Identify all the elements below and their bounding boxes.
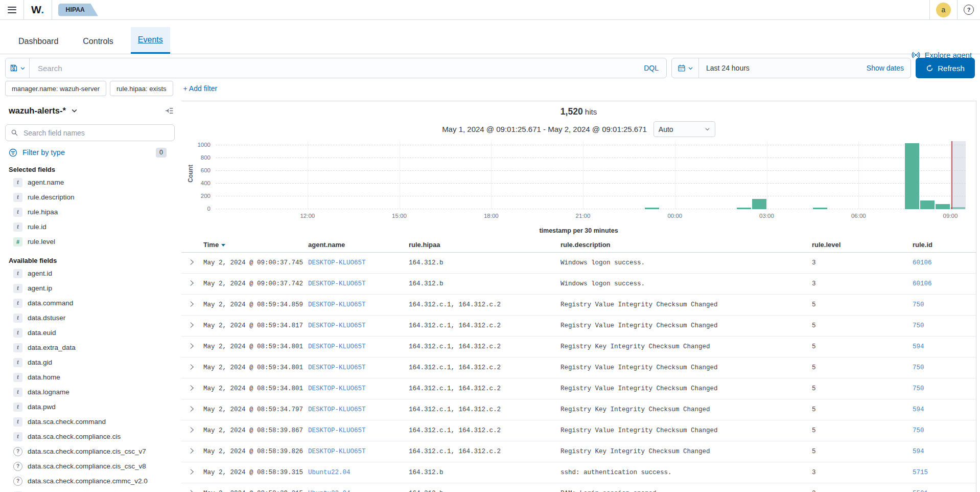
collapse-fields-panel-icon[interactable] (165, 106, 174, 115)
tab-events-label: Events (138, 35, 163, 44)
saved-queries-button[interactable] (6, 58, 30, 78)
rule-id-link[interactable]: 60106 (913, 259, 932, 266)
wazuh-logo[interactable]: W. (24, 4, 52, 16)
field-item[interactable]: tdata.pwd (5, 399, 175, 414)
histogram-bar[interactable] (737, 208, 751, 209)
field-item[interactable]: tagent.ip (5, 281, 175, 296)
rule-id-link[interactable]: 594 (913, 406, 924, 413)
field-item[interactable]: tdata.command (5, 296, 175, 310)
time-range-value[interactable]: Last 24 hours (699, 58, 867, 78)
agent-name-link[interactable]: DESKTOP-KLUO65T (308, 301, 366, 308)
field-item[interactable]: ?data.sca.check.compliance.cmmc_v2.0 (5, 474, 175, 488)
agent-name-link[interactable]: DESKTOP-KLUO65T (308, 385, 366, 392)
field-item[interactable]: tdata.extra_data (5, 340, 175, 355)
rule-id-link[interactable]: 594 (913, 343, 924, 350)
histogram-bar[interactable] (905, 143, 919, 209)
expand-row-icon[interactable] (189, 343, 195, 349)
expand-row-icon[interactable] (189, 468, 195, 475)
field-item[interactable]: tdata.logname (5, 385, 175, 399)
agent-name-link[interactable]: DESKTOP-KLUO65T (308, 280, 366, 287)
histogram-bar[interactable] (920, 200, 935, 210)
column-header-agent-name[interactable]: agent.name (308, 241, 409, 253)
rule-id-link[interactable]: 750 (913, 385, 924, 392)
help-button[interactable]: ? (958, 0, 980, 19)
filter-pill-manager-name[interactable]: manager.name: wazuh-server (5, 81, 106, 96)
field-item[interactable]: tdata.home (5, 370, 175, 385)
histogram-bar[interactable] (936, 204, 950, 209)
column-header-rule-level[interactable]: rule.level (812, 241, 913, 253)
expand-row-icon[interactable] (189, 301, 195, 307)
index-pattern-selector[interactable]: wazuh-alerts-* (5, 106, 66, 116)
rule-id-link[interactable]: 5715 (913, 469, 928, 476)
expand-row-icon[interactable] (189, 259, 195, 265)
expand-row-icon[interactable] (189, 280, 195, 286)
agent-name-link[interactable]: DESKTOP-KLUO65T (308, 406, 366, 413)
agent-name-link[interactable]: DESKTOP-KLUO65T (308, 322, 366, 329)
agent-name-link[interactable]: Ubuntu22.04 (308, 469, 351, 476)
field-item[interactable]: ?data.sca.check.compliance.cis_csc_v8 (5, 459, 175, 474)
expand-row-icon[interactable] (189, 406, 195, 412)
agent-name-link[interactable]: DESKTOP-KLUO65T (308, 364, 366, 371)
field-item[interactable]: tdata.euid (5, 325, 175, 340)
histogram-bar[interactable] (813, 208, 827, 209)
rule-id-link[interactable]: 750 (913, 427, 924, 434)
rule-id-link[interactable]: 594 (913, 448, 924, 455)
field-item[interactable]: tdata.sca.check.command (5, 414, 175, 429)
show-dates-link[interactable]: Show dates (867, 58, 911, 78)
unknown-type-badge: ? (13, 477, 22, 486)
field-item[interactable]: trule.description (5, 190, 175, 205)
field-item[interactable]: #rule.level (5, 234, 175, 249)
refresh-button[interactable]: Refresh (916, 58, 975, 78)
menu-button[interactable] (0, 0, 24, 19)
logo-dot: . (41, 4, 44, 15)
interval-select[interactable]: Auto (654, 121, 715, 137)
histogram-bar[interactable] (645, 208, 659, 209)
date-quick-select-button[interactable] (672, 58, 699, 78)
rule-id-link[interactable]: 750 (913, 322, 924, 329)
agent-name-cell: DESKTOP-KLUO65T (308, 295, 409, 316)
tab-events[interactable]: Events (131, 27, 170, 54)
rule-id-link[interactable]: 5501 (913, 490, 928, 492)
histogram-bar[interactable] (752, 199, 766, 209)
agent-name-link[interactable]: DESKTOP-KLUO65T (308, 448, 366, 455)
search-input[interactable] (30, 58, 644, 78)
column-header-rule-id[interactable]: rule.id (913, 241, 976, 253)
breadcrumb-hipaa-tab[interactable]: HIPAA (58, 4, 98, 16)
field-item[interactable]: trule.hipaa (5, 205, 175, 219)
chevron-down-icon[interactable] (71, 107, 78, 114)
query-language-button[interactable]: DQL (644, 58, 666, 78)
rule-hipaa-cell: 164.312.c.1, 164.312.c.2 (409, 357, 561, 378)
user-avatar[interactable]: a (936, 3, 951, 17)
agent-name-link[interactable]: DESKTOP-KLUO65T (308, 259, 366, 266)
filter-pill-rule-hipaa[interactable]: rule.hipaa: exists (110, 81, 173, 96)
expand-row-icon[interactable] (189, 364, 195, 370)
expand-row-icon[interactable] (189, 448, 195, 454)
expand-row-icon[interactable] (189, 489, 195, 492)
agent-name-link[interactable]: Ubuntu22.04 (308, 490, 351, 492)
agent-name-link[interactable]: DESKTOP-KLUO65T (308, 343, 366, 350)
field-search-input[interactable] (22, 128, 169, 138)
column-header-rule-hipaa[interactable]: rule.hipaa (409, 241, 561, 253)
field-item[interactable]: trule.id (5, 219, 175, 234)
field-item[interactable]: tdata.gid (5, 355, 175, 370)
field-item[interactable]: tdata.sca.check.compliance.hipaa (5, 488, 175, 492)
rule-id-link[interactable]: 60106 (913, 280, 932, 287)
column-header-time[interactable]: Time (203, 241, 308, 253)
add-filter-link[interactable]: + Add filter (183, 84, 218, 93)
field-item[interactable]: tdata.dstuser (5, 310, 175, 325)
field-item[interactable]: tagent.id (5, 266, 175, 281)
field-item[interactable]: tagent.name (5, 175, 175, 190)
field-item[interactable]: tdata.sca.check.compliance.cis (5, 429, 175, 444)
tab-controls[interactable]: Controls (76, 29, 121, 54)
field-item[interactable]: ?data.sca.check.compliance.cis_csc_v7 (5, 444, 175, 459)
column-header-rule-description[interactable]: rule.description (561, 241, 812, 253)
agent-name-link[interactable]: DESKTOP-KLUO65T (308, 427, 366, 434)
expand-row-icon[interactable] (189, 322, 195, 328)
rule-id-link[interactable]: 750 (913, 364, 924, 371)
expand-row-icon[interactable] (189, 385, 195, 391)
rule-id-cell: 750 (913, 295, 976, 316)
expand-row-icon[interactable] (189, 427, 195, 433)
tab-dashboard[interactable]: Dashboard (11, 29, 65, 54)
filter-by-type-link[interactable]: Filter by type (22, 148, 65, 156)
rule-id-link[interactable]: 750 (913, 301, 924, 308)
